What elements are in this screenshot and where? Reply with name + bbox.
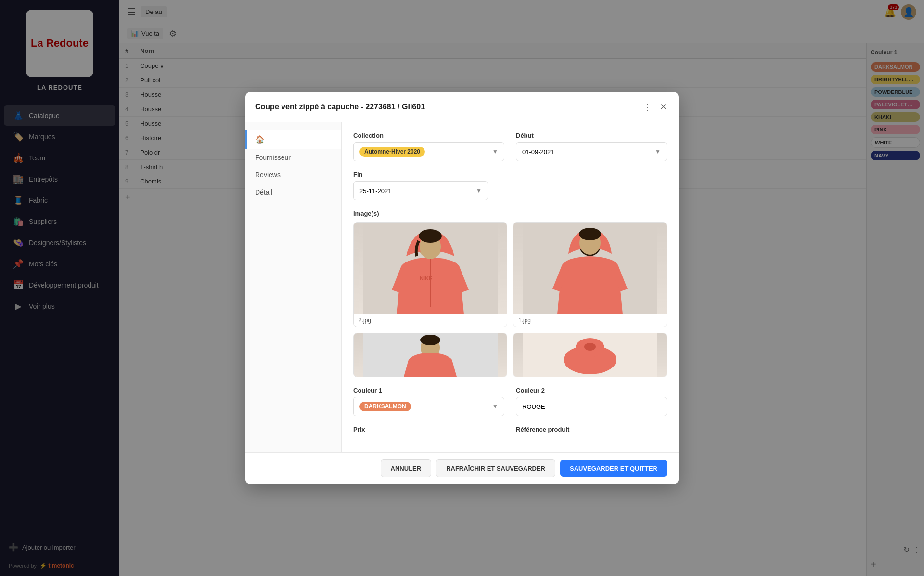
couleur2-value: ROUGE [522,403,545,410]
couleur2-input[interactable]: ROUGE [516,397,667,416]
form-row-prix: Prix Référence produit [353,426,667,433]
couleur1-label: Couleur 1 [353,387,504,394]
thumb1-svg [354,333,507,377]
ref-label: Référence produit [516,426,667,433]
fin-select[interactable]: 25-11-2021 ▼ [353,181,488,200]
fin-label: Fin [353,171,667,178]
form-group-couleur1: Couleur 1 DARKSALMON ▼ [353,387,504,416]
modal-nav: 🏠 Fournisseur Reviews Détail [245,122,342,452]
svg-text:NIKE: NIKE [420,275,432,281]
modal-title: Coupe vent zippé à capuche - 2273681 / G… [255,103,642,111]
image-preview-1: NIKE [354,223,507,314]
form-group-couleur2: Couleur 2 ROUGE [516,387,667,416]
image-filename-1: 2.jpg [354,314,507,327]
form-row-fin: Fin 25-11-2021 ▼ [353,171,667,200]
form-row-collection: Collection Automne-Hiver 2020 ▼ Début 01… [353,132,667,161]
modal-nav-detail[interactable]: Détail [245,183,341,201]
modal-more-button[interactable]: ⋮ [642,100,654,114]
image-card-3[interactable] [353,333,507,377]
modal-nav-reviews[interactable]: Reviews [245,166,341,183]
detail-label: Détail [255,188,272,196]
debut-select[interactable]: 01-09-2021 ▼ [516,142,667,161]
svg-point-4 [419,229,442,243]
modal-body: 🏠 Fournisseur Reviews Détail Collection [245,122,679,452]
couleur1-chevron: ▼ [492,403,498,410]
debut-value: 01-09-2021 [522,148,554,156]
save-quit-button[interactable]: SAUVEGARDER ET QUITTER [560,460,667,477]
modal-header: Coupe vent zippé à capuche - 2273681 / G… [245,92,679,122]
form-group-prix: Prix [353,426,504,433]
form-group-debut: Début 01-09-2021 ▼ [516,132,667,161]
modal: Coupe vent zippé à capuche - 2273681 / G… [245,92,679,484]
modal-close-button[interactable]: ✕ [658,100,669,114]
debut-chevron: ▼ [655,148,661,155]
form-group-fin: Fin 25-11-2021 ▼ [353,171,667,200]
fournisseur-label: Fournisseur [255,154,291,161]
form-group-collection: Collection Automne-Hiver 2020 ▼ [353,132,504,161]
collection-label: Collection [353,132,504,139]
form-group-ref: Référence produit [516,426,667,433]
debut-label: Début [516,132,667,139]
fin-value: 25-11-2021 [359,187,392,195]
hoodie-back-svg [513,223,667,314]
svg-point-9 [579,228,601,240]
refresh-save-button[interactable]: RAFRAÎCHIR ET SAUVEGARDER [436,459,555,477]
thumb2-svg [513,333,667,377]
hoodie-front-svg: NIKE [354,223,507,314]
images-section: Image(s) [353,210,667,377]
form-row-colors: Couleur 1 DARKSALMON ▼ Couleur 2 ROUGE [353,387,667,416]
image-card-2[interactable]: 1.jpg [513,222,667,327]
collection-chevron: ▼ [492,148,498,155]
modal-header-actions: ⋮ ✕ [642,100,669,114]
modal-overlay[interactable]: Coupe vent zippé à capuche - 2273681 / G… [0,0,924,576]
svg-point-16 [584,343,596,351]
image-preview-4 [513,333,667,377]
svg-point-12 [420,335,440,345]
image-card-1[interactable]: NIKE 2.jpg [353,222,507,327]
image-preview-2 [513,223,667,314]
couleur2-label: Couleur 2 [516,387,667,394]
couleur1-badge: DARKSALMON [359,402,411,411]
modal-nav-fournisseur[interactable]: Fournisseur [245,149,341,166]
reviews-label: Reviews [255,171,281,179]
collection-select[interactable]: Automne-Hiver 2020 ▼ [353,142,504,161]
modal-content-area: Collection Automne-Hiver 2020 ▼ Début 01… [342,122,679,452]
cancel-button[interactable]: ANNULER [381,459,432,477]
home-icon: 🏠 [255,135,265,144]
modal-footer: ANNULER RAFRAÎCHIR ET SAUVEGARDER SAUVEG… [245,452,679,484]
collection-badge: Automne-Hiver 2020 [359,147,425,157]
modal-nav-home[interactable]: 🏠 [245,130,341,149]
fin-chevron: ▼ [476,187,482,194]
couleur1-select[interactable]: DARKSALMON ▼ [353,397,504,416]
image-filename-2: 1.jpg [513,314,667,327]
prix-label: Prix [353,426,504,433]
images-label: Image(s) [353,210,667,217]
image-card-4[interactable] [513,333,667,377]
image-preview-3 [354,333,507,377]
images-grid: NIKE 2.jpg [353,222,667,377]
